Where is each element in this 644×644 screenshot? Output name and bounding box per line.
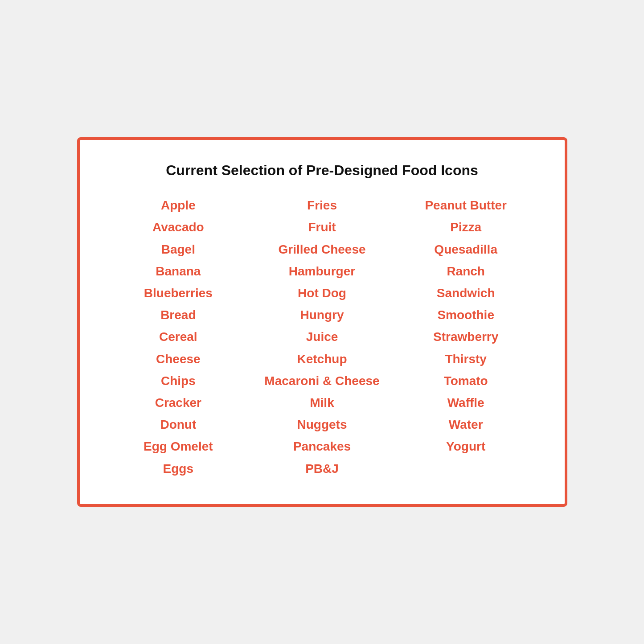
food-item-ketchup[interactable]: Ketchup	[297, 350, 347, 368]
column-2: FriesFruitGrilled CheeseHamburgerHot Dog…	[250, 197, 394, 477]
food-item-yogurt[interactable]: Yogurt	[446, 438, 485, 455]
food-item-bread[interactable]: Bread	[160, 306, 196, 324]
columns-container: AppleAvacadoBagelBananaBlueberriesBreadC…	[107, 197, 538, 477]
food-item-pancakes[interactable]: Pancakes	[293, 438, 351, 455]
food-item-donut[interactable]: Donut	[160, 416, 196, 433]
food-item-egg-omelet[interactable]: Egg Omelet	[144, 438, 213, 455]
food-item-macaroni-and-cheese[interactable]: Macaroni & Cheese	[264, 372, 379, 390]
food-item-peanut-butter[interactable]: Peanut Butter	[425, 197, 507, 214]
column-1: AppleAvacadoBagelBananaBlueberriesBreadC…	[107, 197, 250, 477]
food-item-thirsty[interactable]: Thirsty	[445, 350, 487, 368]
food-item-cereal[interactable]: Cereal	[159, 328, 197, 345]
food-item-eggs[interactable]: Eggs	[163, 460, 193, 477]
food-item-blueberries[interactable]: Blueberries	[144, 284, 213, 302]
food-item-avacado[interactable]: Avacado	[152, 218, 204, 236]
food-item-pbandj[interactable]: PB&J	[305, 460, 339, 477]
food-item-hamburger[interactable]: Hamburger	[289, 263, 355, 280]
food-item-milk[interactable]: Milk	[310, 394, 334, 411]
food-item-banana[interactable]: Banana	[156, 263, 201, 280]
food-item-smoothie[interactable]: Smoothie	[437, 306, 494, 324]
food-item-pizza[interactable]: Pizza	[450, 218, 481, 236]
food-item-chips[interactable]: Chips	[161, 372, 196, 390]
food-item-cheese[interactable]: Cheese	[156, 350, 201, 368]
food-item-nuggets[interactable]: Nuggets	[297, 416, 347, 433]
food-item-water[interactable]: Water	[449, 416, 483, 433]
food-item-juice[interactable]: Juice	[306, 328, 338, 345]
food-item-fries[interactable]: Fries	[307, 197, 337, 214]
food-item-hot-dog[interactable]: Hot Dog	[298, 284, 346, 302]
food-item-cracker[interactable]: Cracker	[155, 394, 201, 411]
food-item-tomato[interactable]: Tomato	[444, 372, 488, 390]
food-item-quesadilla[interactable]: Quesadilla	[434, 241, 497, 258]
food-item-apple[interactable]: Apple	[161, 197, 196, 214]
food-item-ranch[interactable]: Ranch	[447, 263, 485, 280]
food-item-waffle[interactable]: Waffle	[447, 394, 484, 411]
food-item-fruit[interactable]: Fruit	[308, 218, 336, 236]
main-card: Current Selection of Pre-Designed Food I…	[77, 137, 567, 506]
food-item-bagel[interactable]: Bagel	[161, 241, 195, 258]
food-item-hungry[interactable]: Hungry	[300, 306, 344, 324]
column-3: Peanut ButterPizzaQuesadillaRanchSandwic…	[394, 197, 538, 477]
food-item-strawberry[interactable]: Strawberry	[433, 328, 498, 345]
food-item-sandwich[interactable]: Sandwich	[437, 284, 495, 302]
page-title: Current Selection of Pre-Designed Food I…	[107, 162, 538, 179]
food-item-grilled-cheese[interactable]: Grilled Cheese	[278, 241, 365, 258]
